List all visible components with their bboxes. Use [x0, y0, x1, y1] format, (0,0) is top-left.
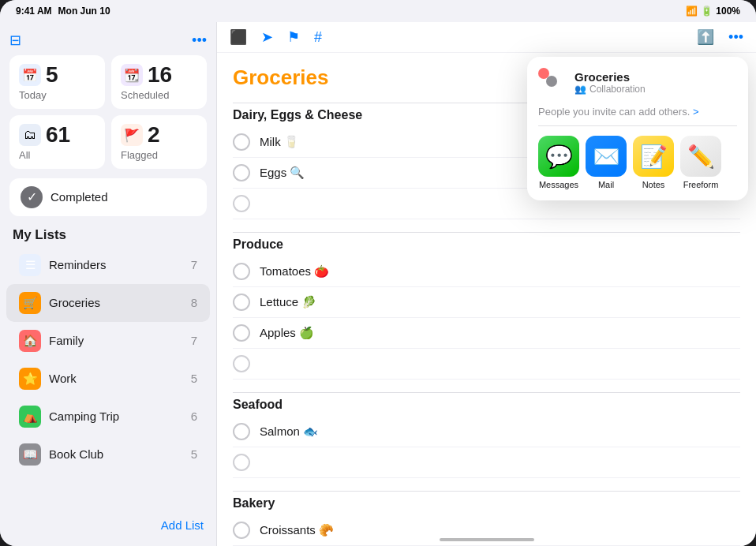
stat-card-flagged[interactable]: 🚩 2 Flagged — [111, 115, 207, 169]
flag-icon[interactable]: ⚑ — [287, 28, 300, 46]
app-messages[interactable]: 💬 Messages — [538, 136, 579, 189]
main-toolbar: ⬛ ➤ ⚑ # ⬆️ ••• — [217, 22, 756, 53]
group-seafood: Seafood Salmon 🐟 — [233, 392, 740, 478]
bookclub-name: Book Club — [49, 447, 183, 461]
mail-label: Mail — [598, 180, 614, 189]
camping-count: 6 — [191, 410, 197, 423]
task-text-milk: Milk 🥛 — [260, 135, 299, 149]
stat-grid: 📅 5 Today 📆 16 Scheduled 🗂 61 — [0, 55, 216, 178]
share-icon[interactable]: ⬆️ — [697, 28, 714, 46]
all-icon: 🗂 — [19, 124, 41, 146]
app-container: ⊟ ••• 📅 5 Today 📆 16 Schedule — [0, 22, 756, 546]
freeform-icon: ✏️ — [680, 136, 721, 177]
task-circle-apples[interactable] — [233, 324, 250, 342]
groceries-count: 8 — [191, 296, 197, 309]
collab-invite-link[interactable]: > — [693, 106, 699, 118]
bookclub-count: 5 — [191, 447, 197, 461]
camping-name: Camping Trip — [49, 410, 183, 423]
sidebar-item-family[interactable]: 🏠 Family 7 — [6, 322, 210, 360]
people-icon: 👥 — [574, 84, 586, 95]
task-text-salmon: Salmon 🐟 — [260, 424, 318, 439]
app-notes[interactable]: 📝 Notes — [633, 136, 674, 189]
sidebar-toggle-icon[interactable]: ⊟ — [9, 32, 21, 49]
scheduled-count: 16 — [148, 63, 172, 88]
task-circle-milk[interactable] — [233, 133, 250, 151]
task-circle-croissants[interactable] — [233, 522, 250, 539]
task-circle-eggs[interactable] — [233, 164, 250, 181]
freeform-label: Freeform — [683, 180, 719, 189]
messages-icon: 💬 — [538, 136, 579, 177]
camping-icon: ⛺ — [19, 406, 41, 428]
collab-subtitle: 👥 Collaboration — [574, 84, 646, 95]
task-text-tomatoes: Tomatoes 🍅 — [260, 264, 329, 279]
sidebar-item-groceries[interactable]: 🛒 Groceries 8 — [6, 284, 210, 322]
group-header-produce: Produce — [233, 232, 740, 256]
battery-icon: 🔋 — [701, 6, 713, 17]
task-text-eggs: Eggs 🔍 — [260, 166, 305, 180]
group-header-seafood: Seafood — [233, 392, 740, 417]
today-icon: 📅 — [19, 64, 41, 86]
photo-icon[interactable]: ⬛ — [230, 28, 247, 46]
my-lists-header: My Lists — [0, 223, 216, 246]
more-icon[interactable]: ••• — [728, 29, 743, 46]
collab-icon — [538, 68, 567, 96]
scheduled-icon: 📆 — [121, 64, 143, 86]
app-freeform[interactable]: ✏️ Freeform — [680, 136, 721, 189]
app-icons-row: 💬 Messages ✉️ Mail 📝 Notes ✏️ Freeform — [538, 136, 737, 189]
task-apples: Apples 🍏 — [233, 318, 740, 349]
task-text-croissants: Croissants 🥐 — [260, 523, 334, 537]
today-label: Today — [19, 89, 95, 101]
hashtag-icon[interactable]: # — [314, 29, 322, 46]
task-add-empty-seafood — [233, 447, 740, 478]
notes-label: Notes — [642, 180, 665, 189]
task-circle-salmon[interactable] — [233, 423, 250, 440]
family-count: 7 — [191, 334, 197, 347]
completed-button[interactable]: ✓ Completed — [9, 178, 207, 216]
task-circle-empty-dairy[interactable] — [233, 195, 250, 212]
mail-icon: ✉️ — [586, 136, 627, 177]
notes-icon: 📝 — [633, 136, 674, 177]
location-icon[interactable]: ➤ — [261, 28, 273, 46]
main-content: ⬛ ➤ ⚑ # ⬆️ ••• Groceries Dairy, Eggs & C… — [217, 22, 756, 546]
main-toolbar-left: ⬛ ➤ ⚑ # — [230, 28, 322, 46]
task-circle-lettuce[interactable] — [233, 294, 250, 311]
task-circle-empty-seafood[interactable] — [233, 454, 250, 471]
sidebar-toolbar: ⊟ ••• — [0, 28, 216, 55]
stat-card-all[interactable]: 🗂 61 All — [9, 115, 105, 169]
collab-title: Groceries — [574, 70, 646, 84]
scheduled-label: Scheduled — [121, 89, 197, 101]
wifi-icon: 📶 — [686, 6, 698, 17]
sidebar-item-bookclub[interactable]: 📖 Book Club 5 — [6, 436, 210, 473]
task-circle-empty-produce[interactable] — [233, 355, 250, 372]
task-lettuce: Lettuce 🥬 — [233, 287, 740, 318]
completed-check-icon: ✓ — [21, 186, 43, 208]
stat-card-today[interactable]: 📅 5 Today — [9, 55, 105, 109]
add-list-button[interactable]: Add List — [0, 510, 216, 540]
groceries-icon: 🛒 — [19, 292, 41, 314]
reminders-icon: ☰ — [19, 254, 41, 276]
task-add-empty-produce — [233, 349, 740, 380]
sidebar-item-reminders[interactable]: ☰ Reminders 7 — [6, 246, 210, 284]
collab-title-block: Groceries 👥 Collaboration — [574, 70, 646, 95]
sidebar: ⊟ ••• 📅 5 Today 📆 16 Schedule — [0, 22, 217, 546]
status-date: Mon Jun 10 — [58, 6, 110, 17]
sidebar-item-work[interactable]: ⭐ Work 5 — [6, 360, 210, 398]
app-mail[interactable]: ✉️ Mail — [586, 136, 627, 189]
stat-card-scheduled[interactable]: 📆 16 Scheduled — [111, 55, 207, 109]
family-name: Family — [49, 334, 183, 347]
flagged-count: 2 — [148, 123, 160, 148]
task-circle-tomatoes[interactable] — [233, 263, 250, 280]
home-indicator — [440, 538, 534, 541]
sidebar-lists: ☰ Reminders 7 🛒 Groceries 8 🏠 Family 7 ⭐… — [0, 246, 216, 473]
sidebar-more-icon[interactable]: ••• — [192, 32, 207, 49]
today-count: 5 — [46, 63, 58, 88]
task-tomatoes: Tomatoes 🍅 — [233, 256, 740, 287]
reminders-count: 7 — [191, 258, 197, 271]
group-produce: Produce Tomatoes 🍅 Lettuce 🥬 Apples 🍏 — [233, 232, 740, 380]
task-text-lettuce: Lettuce 🥬 — [260, 295, 316, 309]
work-name: Work — [49, 372, 183, 385]
work-icon: ⭐ — [19, 368, 41, 390]
reminders-name: Reminders — [49, 258, 183, 271]
sidebar-item-camping[interactable]: ⛺ Camping Trip 6 — [6, 398, 210, 436]
ipad-frame: 9:41 AM Mon Jun 10 📶 🔋 100% ⊟ ••• 📅 5 — [0, 0, 756, 546]
